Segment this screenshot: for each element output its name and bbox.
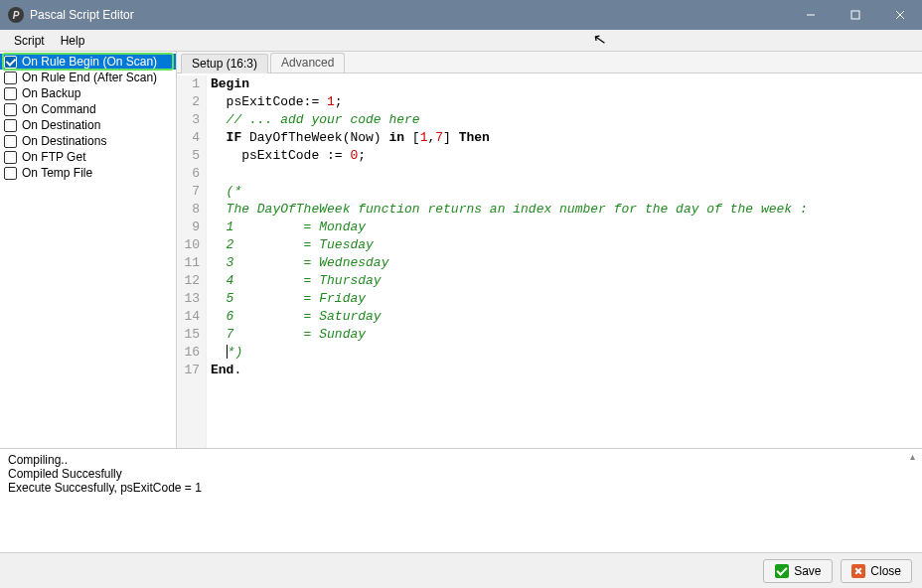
checkbox-icon[interactable] xyxy=(4,72,17,84)
code-line[interactable]: 1 = Monday xyxy=(211,219,922,236)
line-number: 2 xyxy=(177,93,200,111)
code-line[interactable]: 6 = Saturday xyxy=(211,308,922,326)
code-line[interactable]: Begin xyxy=(211,75,922,93)
check-icon xyxy=(775,564,789,578)
main-area: On Rule Begin (On Scan)On Rule End (Afte… xyxy=(0,52,922,448)
checkbox-icon[interactable] xyxy=(4,151,17,164)
line-number: 15 xyxy=(177,326,200,344)
checkbox-icon[interactable] xyxy=(4,135,17,148)
sidebar-item[interactable]: On Destination xyxy=(0,117,176,133)
code-line[interactable]: 5 = Friday xyxy=(211,290,922,308)
titlebar: P Pascal Script Editor xyxy=(0,0,922,30)
code-line[interactable]: psExitCode := 0; xyxy=(211,147,922,165)
close-label: Close xyxy=(870,564,901,578)
code-line[interactable]: psExitCode:= 1; xyxy=(211,93,922,111)
code-area[interactable]: 1234567891011121314151617 Begin psExitCo… xyxy=(177,74,922,448)
output-pane: Compiling..Compiled SuccesfullyExecute S… xyxy=(0,448,922,552)
close-window-button[interactable] xyxy=(877,0,922,30)
checkbox-icon[interactable] xyxy=(4,87,17,100)
app-icon: P xyxy=(8,7,24,23)
line-number: 11 xyxy=(177,254,200,272)
menubar: Script Help xyxy=(0,30,922,52)
line-gutter: 1234567891011121314151617 xyxy=(177,75,207,448)
sidebar-item-label: On Destination xyxy=(22,118,100,132)
sidebar-item-label: On Rule Begin (On Scan) xyxy=(22,55,157,69)
sidebar-item-label: On Temp File xyxy=(22,166,92,180)
code-line[interactable]: The DayOfTheWeek function returns an ind… xyxy=(211,201,922,219)
code-line[interactable]: 7 = Sunday xyxy=(211,326,922,344)
sidebar-item[interactable]: On Rule End (After Scan) xyxy=(0,70,176,85)
close-icon xyxy=(851,564,865,578)
code-line[interactable]: // ... add your code here xyxy=(211,111,922,129)
menu-script[interactable]: Script xyxy=(6,32,53,50)
minimize-button[interactable] xyxy=(788,0,833,30)
checkbox-icon[interactable] xyxy=(4,119,17,132)
line-number: 7 xyxy=(177,183,200,201)
sidebar-item[interactable]: On Temp File xyxy=(0,165,176,181)
checkbox-icon[interactable] xyxy=(4,167,17,180)
line-number: 8 xyxy=(177,201,200,219)
code-line[interactable]: 4 = Thursday xyxy=(211,272,922,290)
sidebar-item[interactable]: On Destinations xyxy=(0,133,176,149)
sidebar-item[interactable]: On Command xyxy=(0,101,176,117)
sidebar-item-label: On Backup xyxy=(22,86,80,100)
editor-tabs: Setup (16:3)Advanced xyxy=(177,52,922,74)
code-line[interactable]: End. xyxy=(211,362,922,379)
sidebar-item-label: On FTP Get xyxy=(22,150,85,164)
save-label: Save xyxy=(794,564,821,578)
line-number: 3 xyxy=(177,111,200,129)
checkbox-icon[interactable] xyxy=(4,103,17,116)
line-number: 12 xyxy=(177,272,200,290)
line-number: 9 xyxy=(177,219,200,236)
sidebar-item[interactable]: On FTP Get xyxy=(0,149,176,165)
bottom-bar: Save Close xyxy=(0,552,922,588)
output-line: Compiled Succesfully xyxy=(8,467,914,481)
sidebar-item-label: On Rule End (After Scan) xyxy=(22,71,157,84)
code-line[interactable]: 3 = Wednesday xyxy=(211,254,922,272)
line-number: 1 xyxy=(177,75,200,93)
window-controls xyxy=(788,0,922,30)
code-line[interactable]: (* xyxy=(211,183,922,201)
window-title: Pascal Script Editor xyxy=(30,8,788,22)
line-number: 5 xyxy=(177,147,200,165)
code-line[interactable]: 2 = Tuesday xyxy=(211,236,922,254)
tab[interactable]: Setup (16:3) xyxy=(181,54,268,74)
line-number: 17 xyxy=(177,362,200,379)
svg-rect-1 xyxy=(851,11,859,19)
checkbox-icon[interactable] xyxy=(4,56,17,69)
output-line: Execute Succesfully, psExitCode = 1 xyxy=(8,481,914,495)
editor-panel: Setup (16:3)Advanced 1234567891011121314… xyxy=(177,52,922,448)
event-sidebar: On Rule Begin (On Scan)On Rule End (Afte… xyxy=(0,52,177,448)
scroll-up-icon[interactable]: ▴ xyxy=(906,451,918,463)
line-number: 16 xyxy=(177,344,200,362)
sidebar-item[interactable]: On Rule Begin (On Scan) xyxy=(0,54,176,70)
menu-help[interactable]: Help xyxy=(53,32,93,50)
line-number: 13 xyxy=(177,290,200,308)
tab[interactable]: Advanced xyxy=(270,53,345,73)
code-lines[interactable]: Begin psExitCode:= 1; // ... add your co… xyxy=(207,75,922,448)
line-number: 14 xyxy=(177,308,200,326)
maximize-button[interactable] xyxy=(833,0,877,30)
code-line[interactable]: *) xyxy=(211,344,922,362)
line-number: 6 xyxy=(177,165,200,183)
sidebar-item-label: On Command xyxy=(22,102,96,116)
text-caret xyxy=(227,345,228,359)
output-line: Compiling.. xyxy=(8,453,914,467)
line-number: 4 xyxy=(177,129,200,147)
code-line[interactable] xyxy=(211,165,922,183)
code-line[interactable]: IF DayOfTheWeek(Now) in [1,7] Then xyxy=(211,129,922,147)
line-number: 10 xyxy=(177,236,200,254)
sidebar-item[interactable]: On Backup xyxy=(0,85,176,101)
sidebar-item-label: On Destinations xyxy=(22,134,106,148)
close-button[interactable]: Close xyxy=(841,559,912,583)
save-button[interactable]: Save xyxy=(763,559,833,583)
